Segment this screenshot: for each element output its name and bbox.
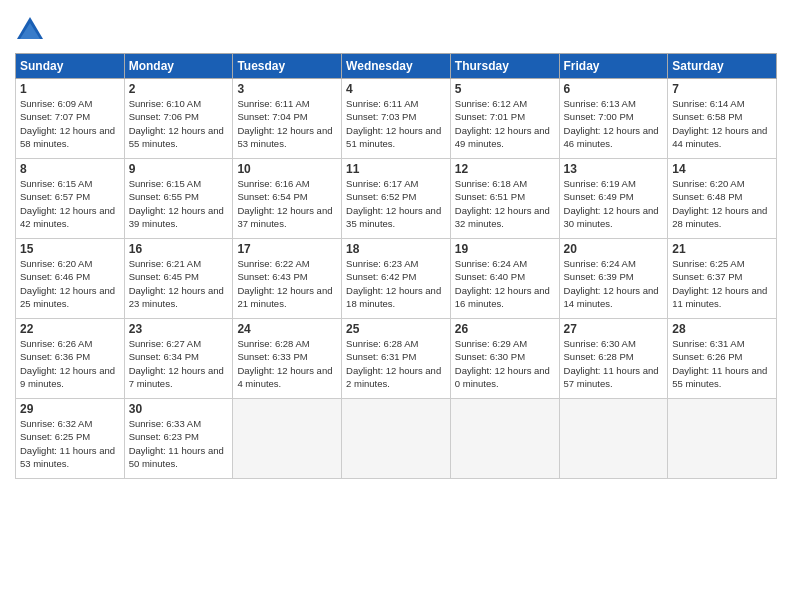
sun-info: Sunrise: 6:27 AM Sunset: 6:34 PM Dayligh… [129,337,229,390]
week-row-0: 1 Sunrise: 6:09 AM Sunset: 7:07 PM Dayli… [16,79,777,159]
calendar-cell: 24 Sunrise: 6:28 AM Sunset: 6:33 PM Dayl… [233,319,342,399]
calendar-cell [450,399,559,479]
logo-icon [15,15,45,45]
sun-info: Sunrise: 6:23 AM Sunset: 6:42 PM Dayligh… [346,257,446,310]
day-number: 20 [564,242,664,256]
calendar-cell: 8 Sunrise: 6:15 AM Sunset: 6:57 PM Dayli… [16,159,125,239]
day-number: 16 [129,242,229,256]
calendar-cell: 9 Sunrise: 6:15 AM Sunset: 6:55 PM Dayli… [124,159,233,239]
day-number: 25 [346,322,446,336]
calendar-cell: 17 Sunrise: 6:22 AM Sunset: 6:43 PM Dayl… [233,239,342,319]
calendar-cell: 5 Sunrise: 6:12 AM Sunset: 7:01 PM Dayli… [450,79,559,159]
sun-info: Sunrise: 6:33 AM Sunset: 6:23 PM Dayligh… [129,417,229,470]
logo [15,15,49,45]
day-number: 15 [20,242,120,256]
sun-info: Sunrise: 6:17 AM Sunset: 6:52 PM Dayligh… [346,177,446,230]
day-number: 4 [346,82,446,96]
day-number: 14 [672,162,772,176]
sun-info: Sunrise: 6:22 AM Sunset: 6:43 PM Dayligh… [237,257,337,310]
sun-info: Sunrise: 6:20 AM Sunset: 6:46 PM Dayligh… [20,257,120,310]
calendar-cell: 3 Sunrise: 6:11 AM Sunset: 7:04 PM Dayli… [233,79,342,159]
calendar-cell: 4 Sunrise: 6:11 AM Sunset: 7:03 PM Dayli… [342,79,451,159]
sun-info: Sunrise: 6:30 AM Sunset: 6:28 PM Dayligh… [564,337,664,390]
calendar-cell: 21 Sunrise: 6:25 AM Sunset: 6:37 PM Dayl… [668,239,777,319]
day-number: 26 [455,322,555,336]
sun-info: Sunrise: 6:13 AM Sunset: 7:00 PM Dayligh… [564,97,664,150]
day-number: 30 [129,402,229,416]
calendar-cell [233,399,342,479]
day-number: 28 [672,322,772,336]
calendar-cell: 26 Sunrise: 6:29 AM Sunset: 6:30 PM Dayl… [450,319,559,399]
calendar-cell: 18 Sunrise: 6:23 AM Sunset: 6:42 PM Dayl… [342,239,451,319]
calendar-cell: 25 Sunrise: 6:28 AM Sunset: 6:31 PM Dayl… [342,319,451,399]
sun-info: Sunrise: 6:09 AM Sunset: 7:07 PM Dayligh… [20,97,120,150]
calendar-cell: 29 Sunrise: 6:32 AM Sunset: 6:25 PM Dayl… [16,399,125,479]
sun-info: Sunrise: 6:19 AM Sunset: 6:49 PM Dayligh… [564,177,664,230]
day-number: 9 [129,162,229,176]
day-number: 17 [237,242,337,256]
day-number: 24 [237,322,337,336]
sun-info: Sunrise: 6:14 AM Sunset: 6:58 PM Dayligh… [672,97,772,150]
sun-info: Sunrise: 6:10 AM Sunset: 7:06 PM Dayligh… [129,97,229,150]
calendar-cell: 20 Sunrise: 6:24 AM Sunset: 6:39 PM Dayl… [559,239,668,319]
week-row-3: 22 Sunrise: 6:26 AM Sunset: 6:36 PM Dayl… [16,319,777,399]
day-number: 3 [237,82,337,96]
day-number: 1 [20,82,120,96]
calendar-cell: 11 Sunrise: 6:17 AM Sunset: 6:52 PM Dayl… [342,159,451,239]
calendar-cell [342,399,451,479]
calendar-cell: 23 Sunrise: 6:27 AM Sunset: 6:34 PM Dayl… [124,319,233,399]
calendar-cell: 13 Sunrise: 6:19 AM Sunset: 6:49 PM Dayl… [559,159,668,239]
week-row-1: 8 Sunrise: 6:15 AM Sunset: 6:57 PM Dayli… [16,159,777,239]
calendar-cell: 27 Sunrise: 6:30 AM Sunset: 6:28 PM Dayl… [559,319,668,399]
calendar-cell: 1 Sunrise: 6:09 AM Sunset: 7:07 PM Dayli… [16,79,125,159]
sun-info: Sunrise: 6:28 AM Sunset: 6:31 PM Dayligh… [346,337,446,390]
day-number: 29 [20,402,120,416]
sun-info: Sunrise: 6:32 AM Sunset: 6:25 PM Dayligh… [20,417,120,470]
weekday-header-saturday: Saturday [668,54,777,79]
day-number: 21 [672,242,772,256]
week-row-4: 29 Sunrise: 6:32 AM Sunset: 6:25 PM Dayl… [16,399,777,479]
weekday-header-row: SundayMondayTuesdayWednesdayThursdayFrid… [16,54,777,79]
sun-info: Sunrise: 6:29 AM Sunset: 6:30 PM Dayligh… [455,337,555,390]
weekday-header-tuesday: Tuesday [233,54,342,79]
sun-info: Sunrise: 6:24 AM Sunset: 6:40 PM Dayligh… [455,257,555,310]
header [15,15,777,45]
calendar-cell: 14 Sunrise: 6:20 AM Sunset: 6:48 PM Dayl… [668,159,777,239]
day-number: 12 [455,162,555,176]
calendar-cell: 10 Sunrise: 6:16 AM Sunset: 6:54 PM Dayl… [233,159,342,239]
calendar-cell: 19 Sunrise: 6:24 AM Sunset: 6:40 PM Dayl… [450,239,559,319]
sun-info: Sunrise: 6:11 AM Sunset: 7:04 PM Dayligh… [237,97,337,150]
day-number: 6 [564,82,664,96]
sun-info: Sunrise: 6:15 AM Sunset: 6:55 PM Dayligh… [129,177,229,230]
calendar-cell: 28 Sunrise: 6:31 AM Sunset: 6:26 PM Dayl… [668,319,777,399]
sun-info: Sunrise: 6:25 AM Sunset: 6:37 PM Dayligh… [672,257,772,310]
calendar-cell: 6 Sunrise: 6:13 AM Sunset: 7:00 PM Dayli… [559,79,668,159]
day-number: 18 [346,242,446,256]
weekday-header-friday: Friday [559,54,668,79]
sun-info: Sunrise: 6:31 AM Sunset: 6:26 PM Dayligh… [672,337,772,390]
page: SundayMondayTuesdayWednesdayThursdayFrid… [0,0,792,612]
day-number: 19 [455,242,555,256]
weekday-header-monday: Monday [124,54,233,79]
calendar-cell: 12 Sunrise: 6:18 AM Sunset: 6:51 PM Dayl… [450,159,559,239]
sun-info: Sunrise: 6:12 AM Sunset: 7:01 PM Dayligh… [455,97,555,150]
sun-info: Sunrise: 6:15 AM Sunset: 6:57 PM Dayligh… [20,177,120,230]
day-number: 23 [129,322,229,336]
day-number: 27 [564,322,664,336]
weekday-header-wednesday: Wednesday [342,54,451,79]
weekday-header-thursday: Thursday [450,54,559,79]
calendar-cell [668,399,777,479]
sun-info: Sunrise: 6:21 AM Sunset: 6:45 PM Dayligh… [129,257,229,310]
sun-info: Sunrise: 6:18 AM Sunset: 6:51 PM Dayligh… [455,177,555,230]
calendar-cell: 22 Sunrise: 6:26 AM Sunset: 6:36 PM Dayl… [16,319,125,399]
day-number: 22 [20,322,120,336]
calendar-cell [559,399,668,479]
calendar-cell: 7 Sunrise: 6:14 AM Sunset: 6:58 PM Dayli… [668,79,777,159]
week-row-2: 15 Sunrise: 6:20 AM Sunset: 6:46 PM Dayl… [16,239,777,319]
day-number: 7 [672,82,772,96]
sun-info: Sunrise: 6:28 AM Sunset: 6:33 PM Dayligh… [237,337,337,390]
day-number: 5 [455,82,555,96]
sun-info: Sunrise: 6:26 AM Sunset: 6:36 PM Dayligh… [20,337,120,390]
sun-info: Sunrise: 6:16 AM Sunset: 6:54 PM Dayligh… [237,177,337,230]
day-number: 10 [237,162,337,176]
